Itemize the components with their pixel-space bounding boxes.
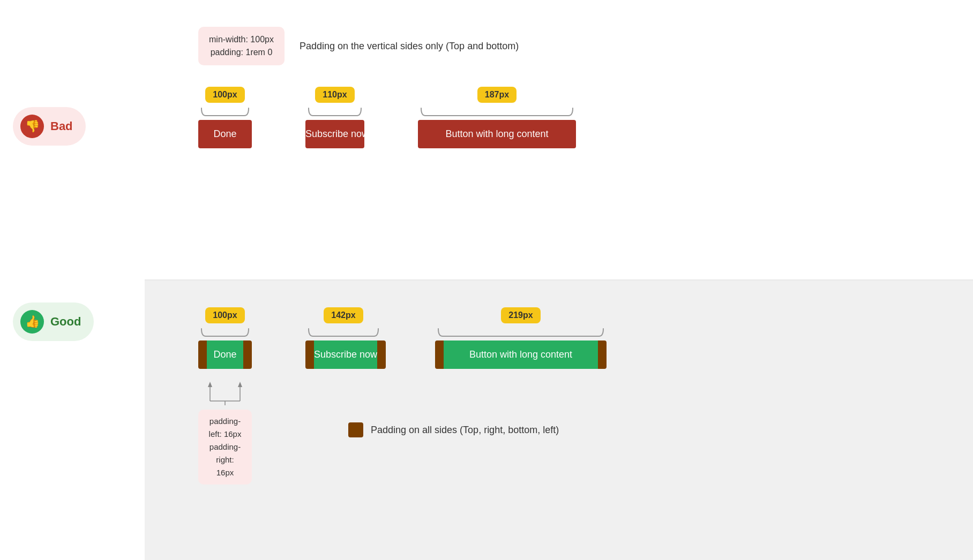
good-badge: 👍 Good [13,302,94,341]
good-width-label-2: 142px [324,307,363,323]
bad-badge: 👎 Bad [13,107,86,146]
thumbs-up-icon: 👍 [20,310,44,334]
good-button-subscribe-container: Subscribe now [305,340,381,369]
good-button-wrapper-1: 100px Done [198,307,252,369]
pad-left-2 [305,340,314,369]
padding-right-label: padding-right: 16px [207,441,243,479]
pad-right-2 [377,340,386,369]
bad-buttons-row: 100px Done 110px [198,87,930,148]
padding-arrows-annotation: padding-left: 16px padding-right: 16px [198,380,252,485]
good-button-done-container: Done [198,340,252,369]
padding-left-label: padding-left: 16px [207,415,243,441]
legend-color-box [348,422,363,437]
bad-button-long[interactable]: Button with long content [418,120,576,148]
bad-button-done[interactable]: Done [198,120,252,148]
bad-button-subscribe[interactable]: Subscribe now [305,120,364,148]
bad-label: Bad [50,119,73,133]
pad-left-1 [198,340,207,369]
good-button-wrapper-2: 142px Subscribe now [305,307,381,369]
bad-button-wrapper-2: 110px Subscribe now [305,87,364,148]
bracket-svg-2 [305,105,364,120]
good-button-long-container: Button with long content [435,340,607,369]
padding-arrows-svg [198,380,252,405]
good-buttons-row: 100px Done 142px [198,307,930,369]
thumbs-down-icon: 👎 [20,115,44,138]
annotation-line2: padding: 1rem 0 [209,46,274,59]
bottom-annotations: padding-left: 16px padding-right: 16px P… [198,380,930,485]
good-label: Good [50,315,81,329]
pad-left-3 [435,340,444,369]
legend-text: Padding on all sides (Top, right, bottom… [371,425,559,436]
bracket-svg-3 [418,105,576,120]
pad-right-1 [243,340,252,369]
bracket-svg-1 [198,105,252,120]
padding-legend: Padding on all sides (Top, right, bottom… [348,422,559,437]
good-bracket-svg-3 [435,326,607,340]
good-width-label-3: 219px [501,307,540,323]
good-button-long[interactable]: Button with long content [444,340,598,369]
good-bracket-svg-2 [305,326,381,340]
bad-button-wrapper-3: 187px Button with long content [418,87,576,148]
svg-marker-3 [238,382,242,387]
annotation-description: Padding on the vertical sides only (Top … [300,41,519,52]
good-button-wrapper-3: 219px Button with long content [435,307,607,369]
annotation-line1: min-width: 100px [209,33,274,46]
width-label-3: 187px [477,87,517,103]
top-annotation: min-width: 100px padding: 1rem 0 Padding… [198,27,930,65]
bad-button-wrapper-1: 100px Done [198,87,252,148]
pad-right-3 [598,340,607,369]
annotation-box: min-width: 100px padding: 1rem 0 [198,27,285,65]
svg-marker-1 [208,382,212,387]
good-bracket-svg-1 [198,326,252,340]
width-label-1: 100px [205,87,244,103]
width-label-2: 110px [315,87,354,103]
good-button-done[interactable]: Done [207,340,243,369]
good-button-subscribe[interactable]: Subscribe now [314,340,377,369]
padding-label-box: padding-left: 16px padding-right: 16px [198,410,252,485]
good-width-label-1: 100px [205,307,244,323]
